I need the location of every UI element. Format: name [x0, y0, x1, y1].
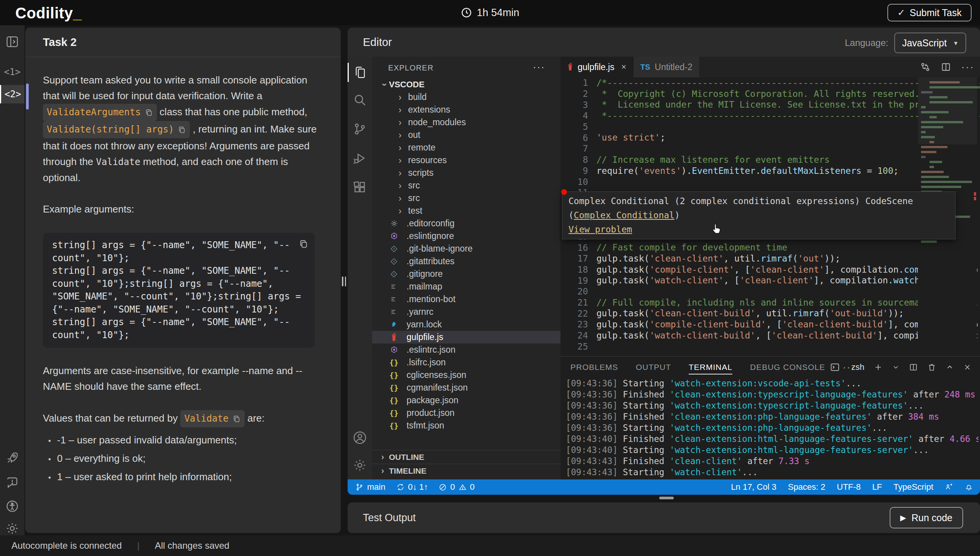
breakpoint-dot[interactable] [561, 189, 567, 195]
code-line[interactable]: 22gulp.task('clean-client-build', util.r… [560, 308, 980, 319]
code-line[interactable]: 25 [560, 341, 980, 352]
tree-item-src[interactable]: ›src [372, 192, 560, 204]
encoding[interactable]: UTF-8 [837, 482, 861, 492]
notifications-bell-icon[interactable] [965, 483, 973, 491]
tree-item-build[interactable]: ›build [372, 91, 560, 103]
git-branch-item[interactable]: main [355, 482, 385, 492]
codility-logo[interactable]: Codility_ [15, 5, 82, 22]
code-line[interactable]: 23gulp.task('compile-client-build', ['cl… [560, 319, 980, 330]
feedback-icon[interactable] [945, 483, 953, 491]
code-line[interactable]: 16// Fast compile for development time [560, 242, 980, 253]
tree-item--mention-bot[interactable]: .mention-bot [372, 293, 560, 306]
code-line[interactable]: 6'use strict'; [560, 132, 980, 143]
tree-item-extensions[interactable]: ›extensions [372, 103, 560, 116]
code-line[interactable]: 7 [560, 143, 980, 154]
tree-item-src[interactable]: ›src [372, 179, 560, 192]
copy-icon[interactable] [178, 126, 186, 134]
tree-item-remote[interactable]: ›remote [372, 141, 560, 154]
chevron-down-icon[interactable] [892, 363, 900, 371]
code-chip-validate[interactable]: Validate [180, 410, 245, 427]
tree-root-vscode[interactable]: ›VSCODE [372, 78, 560, 91]
eol-sequence[interactable]: LF [872, 482, 882, 492]
code-line[interactable]: 8// Increase max listeners for event emi… [560, 154, 980, 165]
close-panel-icon[interactable] [963, 363, 972, 371]
run-debug-icon[interactable] [353, 151, 367, 165]
split-editor-icon[interactable] [941, 62, 951, 72]
tree-item-package-json[interactable]: {}package.json [372, 394, 560, 407]
maximize-panel-icon[interactable] [946, 363, 954, 371]
tab-output[interactable]: OUTPUT [636, 356, 671, 378]
tree-item-cglicenses-json[interactable]: {}cglicenses.json [372, 369, 560, 381]
tree-item--lsifrc-json[interactable]: {}.lsifrc.json [372, 356, 560, 369]
tree-item-tsfmt-json[interactable]: {}tsfmt.json [372, 419, 560, 432]
code-line[interactable]: 19gulp.task('watch-client', ['clean-clie… [560, 275, 980, 286]
tree-item--git-blame-ignore[interactable]: .git-blame-ignore [372, 242, 560, 255]
cursor-position[interactable]: Ln 17, Col 3 [731, 482, 777, 492]
copy-icon[interactable] [145, 108, 153, 117]
tree-item--eslintignore[interactable]: .eslintignore [372, 230, 560, 242]
tree-item--gitignore[interactable]: .gitignore [372, 268, 560, 280]
search-icon[interactable] [353, 93, 367, 107]
open-changes-icon[interactable] [920, 62, 931, 72]
code-line[interactable]: 10 [560, 176, 980, 187]
submit-task-button[interactable]: ✓ Submit Task [887, 4, 972, 21]
trash-icon[interactable] [927, 363, 936, 372]
rocket-icon[interactable] [5, 451, 19, 465]
code-line[interactable]: 1/*-------------------------------------… [560, 77, 980, 88]
code-chip-validate-method[interactable]: Validate(string[] args) [43, 121, 190, 138]
manage-gear-icon[interactable] [353, 458, 367, 473]
view-problem-link[interactable]: View problem [568, 224, 632, 234]
accessibility-icon[interactable] [5, 499, 19, 513]
outline-section[interactable]: ›OUTLINE [372, 450, 560, 464]
complex-conditional-link[interactable]: Complex Conditional [574, 210, 675, 220]
code-line[interactable]: 21// Full compile, including nls and inl… [560, 297, 980, 308]
timeline-section[interactable]: ›TIMELINE [372, 464, 560, 478]
tree-item-gulpfile-js[interactable]: gulpfile.js [372, 331, 560, 343]
close-icon[interactable]: × [621, 62, 626, 72]
tree-item-test[interactable]: ›test [372, 204, 560, 217]
panel-resize-handle[interactable] [342, 276, 346, 286]
tab-gulpfile[interactable]: gulpfile.js × [560, 57, 634, 77]
run-code-button[interactable]: ▶ Run code [890, 507, 963, 528]
tree-item-product-json[interactable]: {}product.json [372, 407, 560, 419]
tree-item--gitattributes[interactable]: .gitattributes [372, 255, 560, 268]
indentation[interactable]: Spaces: 2 [788, 482, 825, 492]
account-icon[interactable] [353, 430, 367, 445]
tab-debug-console[interactable]: DEBUG CONSOLE [750, 356, 825, 378]
explorer-view-icon[interactable] [353, 65, 367, 80]
tree-item-node-modules[interactable]: ›node_modules [372, 116, 560, 129]
copy-icon[interactable] [232, 415, 241, 423]
tree-item-cgmanifest-json[interactable]: {}cgmanifest.json [372, 381, 560, 394]
task-1-selector[interactable]: <1> [0, 64, 24, 80]
code-line[interactable]: 17gulp.task('clean-client', util.rimraf(… [560, 253, 980, 264]
code-line[interactable]: 20 [560, 286, 980, 297]
sync-changes-item[interactable]: 0↓ 1↑ [396, 482, 428, 492]
split-terminal-icon[interactable] [909, 363, 918, 372]
settings-gear-icon[interactable] [5, 522, 19, 535]
extensions-icon[interactable] [353, 180, 367, 195]
tab-problems[interactable]: PROBLEMS [570, 356, 618, 378]
tree-item-out[interactable]: ›out [372, 129, 560, 141]
problems-item[interactable]: 0 0 [439, 482, 475, 492]
code-line[interactable]: 4 *-------------------------------------… [560, 110, 980, 121]
tree-item--editorconfig[interactable]: .editorconfig [372, 217, 560, 230]
tree-item--yarnrc[interactable]: .yarnrc [372, 306, 560, 318]
shell-name[interactable]: zsh [851, 362, 864, 372]
code-line[interactable]: 24gulp.task('watch-client-build', ['clea… [560, 330, 980, 341]
task-2-selector[interactable]: <2> [0, 85, 24, 103]
tab-untitled-2[interactable]: TS Untitled-2 [634, 57, 700, 77]
tree-item-scripts[interactable]: ›scripts [372, 167, 560, 179]
code-chip-validatearguments[interactable]: ValidateArguments [43, 104, 157, 121]
copy-icon[interactable] [299, 239, 309, 249]
tree-item-resources[interactable]: ›resources [372, 154, 560, 167]
code-line[interactable]: 9require('events').EventEmitter.defaultM… [560, 165, 980, 177]
language-select[interactable]: JavaScript ▼ [894, 33, 966, 53]
tree-item--eslintrc-json[interactable]: .eslintrc.json [372, 343, 560, 356]
language-mode[interactable]: TypeScript [893, 482, 933, 492]
code-line[interactable]: 5 [560, 121, 980, 132]
code-line[interactable]: 2 * Copyright (c) Microsoft Corporation.… [560, 88, 980, 100]
source-control-icon[interactable] [353, 122, 367, 136]
feedback-icon[interactable] [5, 476, 19, 489]
tree-item-yarn-lock[interactable]: yarn.lock [372, 318, 560, 331]
new-terminal-icon[interactable] [874, 363, 883, 372]
